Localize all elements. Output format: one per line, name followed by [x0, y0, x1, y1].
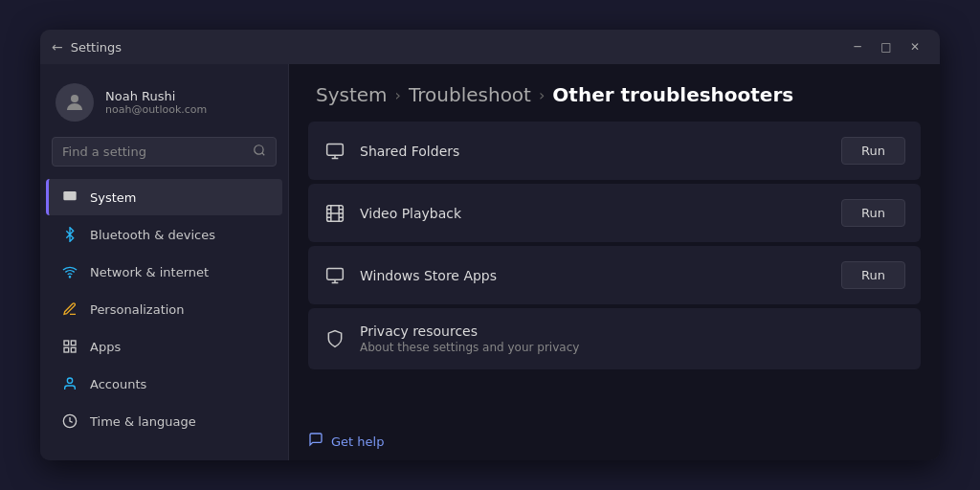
titlebar: ← Settings ─ □ ✕	[40, 30, 940, 64]
troubleshooters-list: Shared Folders Run Video Playback Run	[289, 122, 940, 422]
maximize-button[interactable]: □	[873, 33, 900, 60]
minimize-button[interactable]: ─	[844, 33, 871, 60]
sidebar-item-accounts[interactable]: Accounts	[46, 366, 282, 402]
breadcrumb-current: Other troubleshooters	[552, 83, 793, 106]
svg-rect-21	[327, 268, 344, 279]
sidebar-item-network[interactable]: Network & internet	[46, 254, 282, 290]
breadcrumb-system[interactable]: System	[316, 83, 388, 106]
svg-point-8	[67, 378, 72, 383]
search-input[interactable]	[62, 145, 245, 159]
breadcrumb-troubleshoot[interactable]: Troubleshoot	[409, 83, 531, 106]
sidebar-item-network-label: Network & internet	[90, 265, 209, 279]
privacy-label: Privacy resources	[360, 323, 579, 339]
sidebar-item-system-label: System	[90, 190, 136, 205]
user-section: Noah Rushi noah@outlook.com	[40, 76, 288, 137]
svg-rect-6	[71, 347, 76, 352]
user-email: noah@outlook.com	[105, 103, 207, 116]
sidebar-item-bluetooth[interactable]: Bluetooth & devices	[46, 216, 282, 253]
accounts-icon	[61, 375, 78, 392]
sidebar: Noah Rushi noah@outlook.com	[40, 64, 289, 460]
svg-rect-5	[71, 341, 76, 345]
sidebar-item-personalization-label: Personalization	[90, 302, 185, 317]
sidebar-item-personalization[interactable]: Personalization	[46, 291, 282, 327]
avatar	[56, 83, 94, 122]
sidebar-item-bluetooth-label: Bluetooth & devices	[90, 228, 215, 242]
sidebar-item-apps-label: Apps	[90, 340, 121, 354]
system-icon	[61, 189, 78, 206]
svg-point-0	[71, 95, 78, 102]
get-help-icon	[308, 432, 323, 451]
sidebar-item-system[interactable]: System	[46, 179, 282, 215]
apps-icon	[61, 338, 78, 355]
network-icon	[61, 263, 78, 280]
svg-rect-7	[64, 347, 69, 352]
shared-folders-label: Shared Folders	[360, 144, 828, 159]
window-title: Settings	[71, 40, 844, 55]
window-controls: ─ □ ✕	[844, 33, 928, 60]
windows-store-label: Windows Store Apps	[360, 268, 828, 283]
settings-window: ← Settings ─ □ ✕	[40, 30, 940, 460]
sidebar-item-apps[interactable]: Apps	[46, 328, 282, 365]
shared-folders-run-button[interactable]: Run	[841, 137, 905, 165]
back-button[interactable]: ←	[52, 39, 63, 55]
video-playback-label: Video Playback	[360, 206, 828, 221]
svg-point-3	[69, 277, 70, 278]
search-box[interactable]	[52, 137, 277, 167]
sidebar-item-time[interactable]: Time & language	[46, 403, 282, 439]
personalization-icon	[61, 301, 78, 318]
troubleshooter-video-playback: Video Playback Run	[308, 184, 921, 242]
user-info: Noah Rushi noah@outlook.com	[105, 89, 207, 116]
breadcrumb-sep-2: ›	[539, 86, 545, 104]
svg-rect-2	[63, 191, 76, 200]
privacy-text: Privacy resources About these settings a…	[360, 323, 579, 354]
privacy-icon	[323, 327, 346, 350]
breadcrumb-sep-1: ›	[395, 86, 401, 104]
svg-rect-10	[327, 144, 344, 155]
video-playback-icon	[323, 202, 346, 225]
shared-folders-icon	[323, 140, 346, 163]
get-help-label: Get help	[331, 434, 384, 449]
privacy-sublabel: About these settings and your privacy	[360, 341, 579, 354]
breadcrumb: System › Troubleshoot › Other troublesho…	[289, 64, 940, 122]
window-content: Noah Rushi noah@outlook.com	[40, 64, 940, 460]
sidebar-item-accounts-label: Accounts	[90, 377, 146, 391]
video-playback-run-button[interactable]: Run	[841, 199, 905, 227]
troubleshooter-shared-folders: Shared Folders Run	[308, 122, 921, 180]
privacy-row: Privacy resources About these settings a…	[323, 323, 905, 354]
windows-store-run-button[interactable]: Run	[841, 261, 905, 289]
bluetooth-icon	[61, 226, 78, 243]
main-content: System › Troubleshoot › Other troublesho…	[289, 64, 940, 460]
sidebar-item-time-label: Time & language	[90, 414, 196, 429]
search-icon	[253, 144, 266, 160]
windows-store-icon	[323, 264, 346, 287]
get-help[interactable]: Get help	[289, 422, 940, 460]
svg-point-1	[255, 145, 263, 154]
time-icon	[61, 412, 78, 430]
svg-rect-4	[64, 341, 69, 345]
troubleshooter-privacy: Privacy resources About these settings a…	[308, 308, 921, 369]
troubleshooter-windows-store: Windows Store Apps Run	[308, 246, 921, 304]
close-button[interactable]: ✕	[902, 33, 928, 60]
nav-items: System Bluetooth & devices Network & int…	[40, 178, 288, 460]
user-name: Noah Rushi	[105, 89, 207, 103]
